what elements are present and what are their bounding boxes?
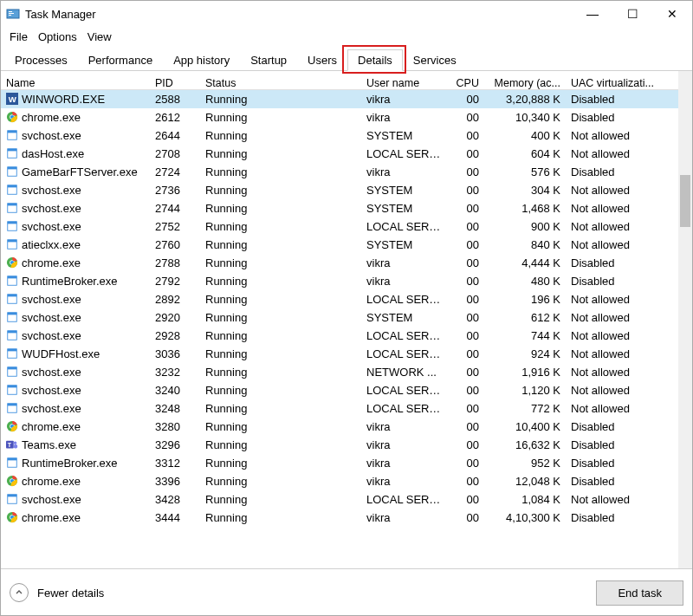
- table-row[interactable]: svchost.exe2892RunningLOCAL SERV...00196…: [1, 290, 678, 308]
- table-row[interactable]: GameBarFTServer.exe2724Runningvikra00576…: [1, 163, 678, 181]
- table-row[interactable]: chrome.exe3396Runningvikra0012,048 KDisa…: [1, 472, 678, 490]
- menu-options[interactable]: Options: [33, 29, 82, 45]
- process-user: LOCAL SERV...: [361, 293, 450, 306]
- taskmgr-icon: [6, 7, 20, 21]
- process-memory: 12,048 K: [484, 475, 566, 488]
- col-cpu[interactable]: CPU: [450, 75, 484, 91]
- sort-indicator-icon: ⌃: [169, 75, 176, 77]
- table-row[interactable]: svchost.exe2744RunningSYSTEM001,468 KNot…: [1, 199, 678, 217]
- table-row[interactable]: svchost.exe3428RunningLOCAL SERV...001,0…: [1, 490, 678, 509]
- table-row[interactable]: svchost.exe3232RunningNETWORK ...001,916…: [1, 363, 678, 381]
- table-row[interactable]: TTeams.exe3296Runningvikra0016,632 KDisa…: [1, 436, 678, 454]
- col-pid[interactable]: PID⌃: [150, 75, 200, 91]
- process-status: Running: [200, 347, 361, 360]
- table-row[interactable]: svchost.exe2736RunningSYSTEM00304 KNot a…: [1, 181, 678, 199]
- process-uac: Not allowed: [566, 147, 661, 160]
- process-user: SYSTEM: [361, 129, 450, 142]
- svg-rect-1: [9, 11, 12, 12]
- process-user: NETWORK ...: [361, 366, 450, 379]
- tab-users[interactable]: Users: [297, 49, 347, 71]
- table-row[interactable]: chrome.exe2788Runningvikra004,444 KDisab…: [1, 254, 678, 272]
- svg-rect-12: [8, 149, 17, 152]
- tab-processes[interactable]: Processes: [4, 49, 78, 71]
- tab-services[interactable]: Services: [403, 49, 467, 71]
- process-pid: 2708: [150, 147, 200, 160]
- minimize-button[interactable]: —: [573, 1, 612, 27]
- titlebar: Task Manager — ☐ ✕: [1, 1, 692, 27]
- process-cpu: 00: [450, 202, 484, 215]
- col-memory[interactable]: Memory (ac...: [484, 75, 566, 91]
- process-name: svchost.exe: [22, 311, 81, 324]
- process-icon: [6, 329, 18, 341]
- svg-rect-14: [8, 167, 17, 170]
- process-user: vikra: [361, 111, 450, 124]
- svg-rect-37: [8, 367, 17, 370]
- process-icon: [6, 129, 18, 141]
- process-icon: [6, 511, 18, 523]
- vertical-scrollbar[interactable]: [678, 71, 692, 568]
- process-pid: 2892: [150, 293, 200, 306]
- table-row[interactable]: svchost.exe2752RunningLOCAL SERV...00900…: [1, 217, 678, 236]
- table-row[interactable]: chrome.exe3280Runningvikra0010,400 KDisa…: [1, 418, 678, 436]
- col-uac[interactable]: UAC virtualizati...: [566, 75, 661, 91]
- table-row[interactable]: WUDFHost.exe3036RunningLOCAL SERV...0092…: [1, 345, 678, 363]
- process-icon: [6, 202, 18, 214]
- table-row[interactable]: svchost.exe2920RunningSYSTEM00612 KNot a…: [1, 308, 678, 327]
- process-icon: [6, 184, 18, 196]
- process-status: Running: [200, 475, 361, 488]
- table-row[interactable]: dasHost.exe2708RunningLOCAL SERV...00604…: [1, 145, 678, 163]
- menu-file[interactable]: File: [4, 29, 33, 45]
- table-row[interactable]: RuntimeBroker.exe2792Runningvikra00480 K…: [1, 272, 678, 290]
- svg-rect-10: [8, 131, 17, 133]
- col-status[interactable]: Status: [200, 75, 361, 91]
- process-memory: 3,20,888 K: [484, 93, 566, 106]
- menu-view[interactable]: View: [82, 29, 117, 45]
- tab-apphistory[interactable]: App history: [163, 49, 240, 71]
- tab-startup[interactable]: Startup: [240, 49, 297, 71]
- process-user: LOCAL SERV...: [361, 220, 450, 233]
- process-pid: 2612: [150, 111, 200, 124]
- end-task-button[interactable]: End task: [596, 580, 683, 606]
- process-user: LOCAL SERV...: [361, 329, 450, 342]
- process-cpu: 00: [450, 384, 484, 397]
- svg-rect-22: [8, 240, 17, 243]
- tab-details[interactable]: Details: [347, 49, 403, 71]
- scrollbar-thumb[interactable]: [680, 175, 690, 227]
- process-pid: 3296: [150, 438, 200, 451]
- table-row[interactable]: chrome.exe3444Runningvikra004,10,300 KDi…: [1, 509, 678, 527]
- collapse-icon: [10, 583, 29, 602]
- table-row[interactable]: RuntimeBroker.exe3312Runningvikra00952 K…: [1, 454, 678, 472]
- process-name: svchost.exe: [22, 366, 81, 379]
- fewer-details-button[interactable]: Fewer details: [10, 583, 104, 602]
- process-name: chrome.exe: [22, 111, 81, 124]
- process-status: Running: [200, 220, 361, 233]
- process-uac: Not allowed: [566, 184, 661, 197]
- table-row[interactable]: chrome.exe2612Runningvikra0010,340 KDisa…: [1, 108, 678, 126]
- process-icon: [6, 311, 18, 323]
- process-user: vikra: [361, 438, 450, 451]
- table-row[interactable]: svchost.exe2928RunningLOCAL SERV...00744…: [1, 327, 678, 345]
- table-row[interactable]: svchost.exe3248RunningLOCAL SERV...00772…: [1, 399, 678, 418]
- process-name: svchost.exe: [22, 202, 81, 215]
- process-uac: Disabled: [566, 438, 661, 451]
- svg-rect-2: [9, 13, 14, 14]
- maximize-button[interactable]: ☐: [612, 1, 652, 27]
- col-name[interactable]: Name: [1, 75, 150, 91]
- col-user[interactable]: User name: [361, 75, 450, 91]
- process-user: vikra: [361, 511, 450, 524]
- table-row[interactable]: svchost.exe2644RunningSYSTEM00400 KNot a…: [1, 126, 678, 145]
- table-row[interactable]: svchost.exe3240RunningLOCAL SERV...001,1…: [1, 381, 678, 399]
- process-uac: Not allowed: [566, 311, 661, 324]
- svg-rect-16: [8, 185, 17, 188]
- table-row[interactable]: atieclxx.exe2760RunningSYSTEM00840 KNot …: [1, 236, 678, 254]
- process-user: LOCAL SERV...: [361, 347, 450, 360]
- close-button[interactable]: ✕: [652, 1, 692, 27]
- process-uac: Not allowed: [566, 293, 661, 306]
- process-icon: [6, 147, 18, 159]
- table-row[interactable]: WWINWORD.EXE2588Runningvikra003,20,888 K…: [1, 90, 678, 108]
- process-cpu: 00: [450, 93, 484, 106]
- process-icon: [6, 402, 18, 414]
- process-status: Running: [200, 402, 361, 415]
- process-memory: 4,10,300 K: [484, 511, 566, 524]
- tab-performance[interactable]: Performance: [78, 49, 163, 71]
